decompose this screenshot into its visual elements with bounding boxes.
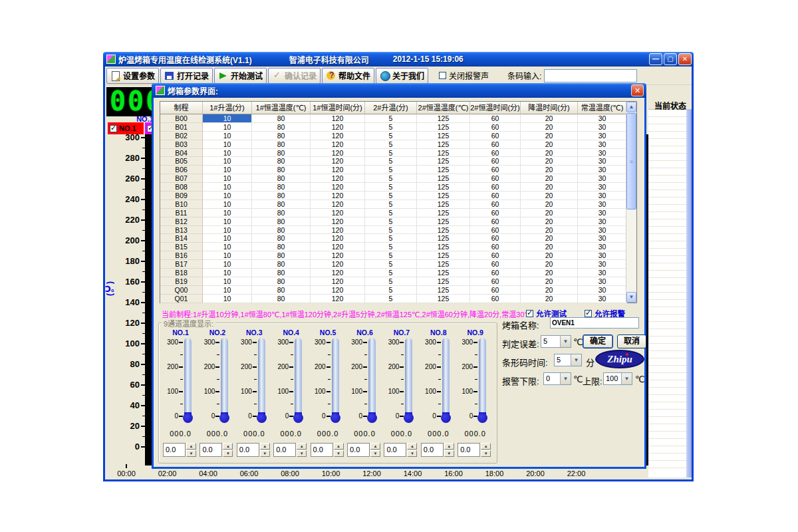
toolbar-button-document-edit[interactable]: 设置参数: [106, 68, 159, 84]
table-row[interactable]: B1710801205125602030: [160, 260, 626, 269]
value-cell[interactable]: 120: [311, 114, 365, 123]
value-cell[interactable]: 5: [365, 295, 417, 303]
value-cell[interactable]: 20: [521, 269, 578, 277]
column-header[interactable]: 制程: [160, 102, 203, 114]
value-cell[interactable]: 5: [365, 140, 417, 149]
value-cell[interactable]: 60: [470, 149, 521, 158]
dialog-close-icon[interactable]: ✕: [631, 84, 644, 96]
value-cell[interactable]: 60: [470, 269, 521, 277]
channel-setpoint-spinner[interactable]: 0.0▲▼: [237, 443, 270, 457]
value-cell[interactable]: 10: [203, 226, 252, 235]
table-row[interactable]: B1610801205125602030: [160, 251, 626, 260]
value-cell[interactable]: 120: [311, 157, 365, 166]
scroll-down-icon[interactable]: ▼: [626, 292, 636, 303]
cancel-button[interactable]: 取消: [617, 334, 646, 348]
spinner-up-icon[interactable]: ▲: [407, 443, 417, 450]
value-cell[interactable]: 80: [252, 209, 311, 217]
scroll-up-icon[interactable]: ▲: [626, 102, 636, 112]
value-cell[interactable]: 30: [578, 260, 627, 269]
value-cell[interactable]: 10: [203, 234, 252, 243]
value-cell[interactable]: 10: [203, 200, 252, 209]
value-cell[interactable]: 30: [578, 217, 627, 226]
value-cell[interactable]: 30: [578, 114, 627, 123]
value-cell[interactable]: 5: [365, 183, 417, 192]
value-cell[interactable]: 80: [252, 277, 311, 286]
value-cell[interactable]: 10: [203, 149, 252, 158]
value-cell[interactable]: 125: [417, 251, 470, 260]
value-cell[interactable]: 10: [203, 209, 252, 217]
value-cell[interactable]: 30: [578, 243, 627, 251]
setpoint-value[interactable]: 0.0: [273, 443, 296, 457]
close-icon[interactable]: ✕: [678, 53, 692, 65]
value-cell[interactable]: 125: [417, 209, 470, 217]
value-cell[interactable]: 10: [203, 157, 252, 166]
value-cell[interactable]: 125: [417, 114, 470, 123]
value-cell[interactable]: 125: [417, 295, 470, 303]
value-cell[interactable]: 10: [203, 243, 252, 251]
table-row[interactable]: B1210801205125602030: [160, 217, 626, 226]
value-cell[interactable]: 10: [203, 114, 252, 123]
value-cell[interactable]: 10: [203, 140, 252, 149]
value-cell[interactable]: 60: [470, 226, 521, 235]
table-row[interactable]: B0710801205125602030: [160, 174, 626, 183]
value-cell[interactable]: 120: [311, 226, 365, 235]
value-cell[interactable]: 10: [203, 260, 252, 269]
table-scrollbar[interactable]: ▲ ≡ ▼: [626, 102, 636, 303]
value-cell[interactable]: 20: [521, 140, 578, 149]
value-cell[interactable]: 125: [417, 123, 470, 132]
channel-checkbox-no2-partial[interactable]: [145, 122, 152, 134]
value-cell[interactable]: 5: [365, 192, 417, 200]
value-cell[interactable]: 125: [417, 260, 470, 269]
value-cell[interactable]: 120: [311, 295, 365, 303]
value-cell[interactable]: 120: [311, 123, 365, 132]
value-cell[interactable]: 125: [417, 243, 470, 251]
value-cell[interactable]: 5: [365, 217, 417, 226]
value-cell[interactable]: 5: [365, 234, 417, 243]
value-cell[interactable]: 80: [252, 183, 311, 192]
ok-button[interactable]: 确定: [583, 334, 613, 348]
value-cell[interactable]: 80: [252, 192, 311, 200]
column-header[interactable]: 2#恒温时间(分): [470, 102, 521, 114]
column-header[interactable]: 降温时间(分): [521, 102, 578, 114]
value-cell[interactable]: 20: [521, 277, 578, 286]
value-cell[interactable]: 120: [311, 277, 365, 286]
value-cell[interactable]: 5: [365, 269, 417, 277]
value-cell[interactable]: 120: [311, 260, 365, 269]
value-cell[interactable]: 10: [203, 277, 252, 286]
toolbar-button-disk[interactable]: 打开记录: [160, 68, 213, 84]
value-cell[interactable]: 125: [417, 192, 470, 200]
table-row[interactable]: B0110801205125602030: [160, 123, 626, 132]
value-cell[interactable]: 30: [578, 209, 627, 217]
process-cell[interactable]: B10: [160, 200, 203, 209]
value-cell[interactable]: 10: [203, 192, 252, 200]
process-cell[interactable]: B13: [160, 226, 203, 235]
table-row[interactable]: B1910801205125602030: [160, 277, 626, 286]
value-cell[interactable]: 5: [365, 174, 417, 183]
value-cell[interactable]: 20: [521, 174, 578, 183]
alarm-high-dropdown[interactable]: 100 ▼: [603, 372, 632, 385]
value-cell[interactable]: 10: [203, 295, 252, 303]
value-cell[interactable]: 10: [203, 183, 252, 192]
value-cell[interactable]: 125: [417, 286, 470, 295]
channel-setpoint-spinner[interactable]: 0.0▲▼: [311, 443, 344, 457]
value-cell[interactable]: 30: [578, 226, 627, 235]
value-cell[interactable]: 60: [470, 123, 521, 132]
value-cell[interactable]: 5: [365, 149, 417, 158]
value-cell[interactable]: 125: [417, 234, 470, 243]
value-cell[interactable]: 5: [365, 123, 417, 132]
allow-test-checkbox[interactable]: [526, 310, 533, 317]
process-cell[interactable]: B02: [160, 132, 203, 140]
value-cell[interactable]: 60: [470, 132, 521, 140]
value-cell[interactable]: 60: [470, 251, 521, 260]
table-row[interactable]: B0210801205125602030: [160, 132, 626, 140]
value-cell[interactable]: 30: [578, 123, 627, 132]
chevron-down-icon[interactable]: ▼: [571, 354, 581, 366]
chevron-down-icon[interactable]: ▼: [560, 336, 571, 347]
value-cell[interactable]: 80: [252, 217, 311, 226]
setpoint-value[interactable]: 0.0: [347, 443, 370, 457]
value-cell[interactable]: 30: [578, 251, 627, 260]
channel-setpoint-spinner[interactable]: 0.0▲▼: [384, 443, 417, 457]
value-cell[interactable]: 80: [252, 166, 311, 174]
value-cell[interactable]: 125: [417, 132, 470, 140]
value-cell[interactable]: 30: [578, 132, 627, 140]
